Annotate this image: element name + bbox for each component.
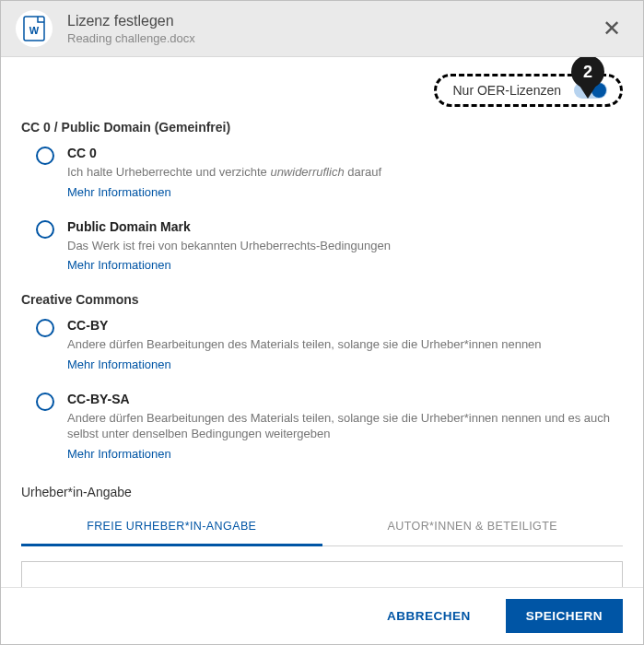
option-body: CC-BY Andere dürfen Bearbeitungen des Ma… bbox=[67, 318, 623, 382]
tab-free-author[interactable]: FREIE URHEBER*IN-ANGABE bbox=[21, 509, 322, 546]
license-option-ccby[interactable]: CC-BY Andere dürfen Bearbeitungen des Ma… bbox=[36, 318, 623, 382]
license-option-ccbysa[interactable]: CC-BY-SA Andere dürfen Bearbeitungen des… bbox=[36, 392, 623, 472]
header-text: Lizenz festlegen Reading challenge.docx bbox=[67, 13, 595, 45]
cancel-button[interactable]: ABBRECHEN bbox=[367, 599, 491, 633]
author-tabs: FREIE URHEBER*IN-ANGABE AUTOR*INNEN & BE… bbox=[21, 509, 623, 546]
callout-balloon: 2 bbox=[571, 57, 604, 88]
option-description: Das Werk ist frei von bekannten Urheberr… bbox=[67, 238, 623, 254]
word-doc-icon: W bbox=[16, 10, 53, 47]
dialog-footer: ABBRECHEN SPEICHERN bbox=[1, 587, 643, 644]
more-info-link[interactable]: Mehr Informationen bbox=[67, 447, 171, 461]
tab-authors-contributors[interactable]: AUTOR*INNEN & BETEILIGTE bbox=[322, 509, 624, 545]
author-input[interactable] bbox=[21, 561, 623, 587]
option-description: Andere dürfen Bearbeitungen des Material… bbox=[67, 410, 623, 442]
author-section-title: Urheber*in-Angabe bbox=[21, 485, 623, 499]
option-label: CC 0 bbox=[67, 146, 623, 160]
oer-toggle-label: Nur OER-Lizenzen bbox=[453, 83, 562, 98]
license-group-title: Creative Commons bbox=[21, 292, 623, 307]
option-description: Andere dürfen Bearbeitungen des Material… bbox=[67, 336, 623, 353]
dialog-title: Lizenz festlegen bbox=[67, 13, 595, 29]
option-label: Public Domain Mark bbox=[67, 219, 623, 234]
radio-icon[interactable] bbox=[36, 319, 54, 337]
radio-icon[interactable] bbox=[36, 147, 54, 165]
option-body: CC-BY-SA Andere dürfen Bearbeitungen des… bbox=[67, 392, 623, 472]
close-icon[interactable]: ✕ bbox=[595, 14, 628, 43]
license-option-cc0[interactable]: CC 0 Ich halte Urheberrechte und verzich… bbox=[36, 146, 623, 210]
step-callout: 2 bbox=[571, 57, 604, 88]
dialog-header: W Lizenz festlegen Reading challenge.doc… bbox=[1, 1, 643, 57]
oer-toggle-row: Nur OER-Lizenzen bbox=[21, 74, 623, 107]
dialog-body: 2 Nur OER-Lizenzen CC 0 / Public Domain … bbox=[1, 57, 643, 587]
more-info-link[interactable]: Mehr Informationen bbox=[67, 185, 171, 199]
more-info-link[interactable]: Mehr Informationen bbox=[67, 258, 171, 272]
license-option-pdm[interactable]: Public Domain Mark Das Werk ist frei von… bbox=[36, 219, 623, 284]
save-button[interactable]: SPEICHERN bbox=[506, 599, 623, 633]
dialog-subtitle: Reading challenge.docx bbox=[67, 31, 595, 45]
radio-icon[interactable] bbox=[36, 220, 54, 239]
more-info-link[interactable]: Mehr Informationen bbox=[67, 358, 171, 371]
option-body: Public Domain Mark Das Werk ist frei von… bbox=[67, 219, 623, 284]
option-description: Ich halte Urheberrechte und verzichte un… bbox=[67, 164, 623, 181]
license-group-title: CC 0 / Public Domain (Gemeinfrei) bbox=[21, 120, 623, 135]
svg-text:W: W bbox=[29, 25, 40, 36]
option-label: CC-BY bbox=[67, 318, 623, 333]
option-body: CC 0 Ich halte Urheberrechte und verzich… bbox=[67, 146, 623, 210]
callout-number: 2 bbox=[583, 63, 592, 82]
license-dialog: W Lizenz festlegen Reading challenge.doc… bbox=[0, 0, 644, 645]
option-label: CC-BY-SA bbox=[67, 392, 623, 406]
radio-icon[interactable] bbox=[36, 393, 54, 411]
